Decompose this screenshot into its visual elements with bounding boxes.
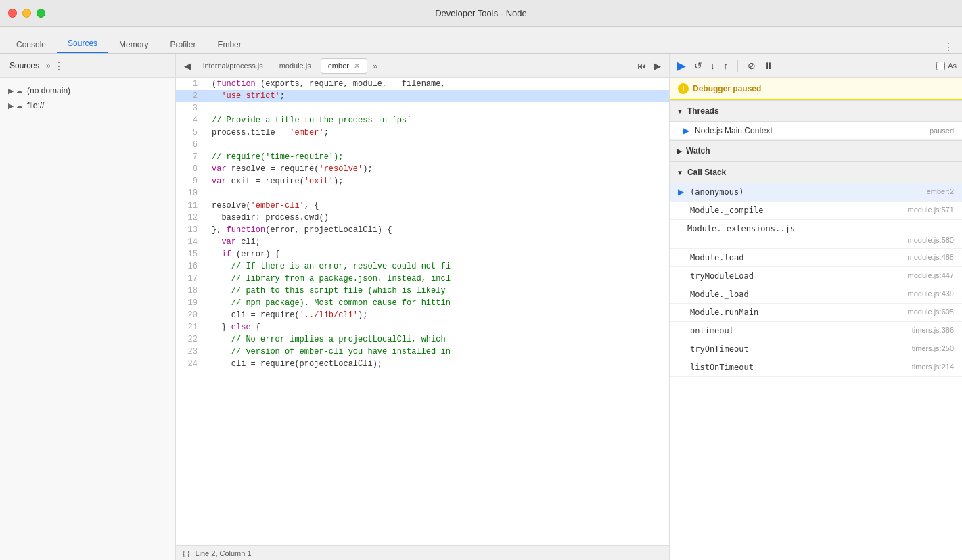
back-tab-icon[interactable]: ◀ [181, 60, 193, 72]
code-editor[interactable]: 1 (function (exports, require, module, _… [176, 78, 669, 545]
callstack-location-3: module.js:488 [908, 253, 955, 261]
tab-memory[interactable]: Memory [108, 36, 159, 53]
info-icon: i [678, 83, 689, 94]
code-line-10: 10 [176, 187, 669, 200]
step-into-button[interactable]: ↑ [722, 59, 729, 72]
callstack-item-0[interactable]: ▶ (anonymous) ember:2 [670, 183, 962, 202]
callstack-item-8[interactable]: tryOnTimeout timers.js:250 [670, 340, 962, 358]
file-tab-process[interactable]: internal/process.js [196, 59, 270, 72]
threads-section-header[interactable]: ▼ Threads [670, 100, 962, 122]
file-tab-module[interactable]: module.js [273, 59, 318, 72]
callstack-spacer-2 [678, 224, 687, 233]
callstack-label: Call Stack [687, 168, 726, 177]
top-nav-more[interactable]: ⋮ [943, 41, 962, 53]
code-line-12: 12 basedir: process.cwd() [176, 212, 669, 224]
sidebar-item-file[interactable]: ▶ ☁ file:// [0, 98, 175, 113]
callstack-item-1[interactable]: Module._compile module.js:571 [670, 202, 962, 220]
callstack-name-7: ontimeout [690, 326, 909, 335]
callstack-item-5[interactable]: Module._load module.js:439 [670, 285, 962, 304]
tab-profiler[interactable]: Profiler [159, 36, 206, 53]
sidebar-item-label: (no domain) [27, 86, 70, 95]
file-tab-ember[interactable]: ember ✕ [321, 58, 367, 74]
thread-name: Node.js Main Context [695, 126, 924, 135]
thread-status: paused [930, 126, 954, 135]
callstack-name-6: Module.runMain [690, 308, 905, 317]
code-line-11: 11 resolve('ember-cli', { [176, 200, 669, 212]
callstack-location-1: module.js:571 [908, 206, 955, 214]
sidebar-item-no-domain[interactable]: ▶ ☁ (no domain) [0, 83, 175, 98]
debugger-paused-banner: i Debugger paused [670, 78, 962, 100]
callstack-section-header[interactable]: ▼ Call Stack [670, 162, 962, 183]
callstack-item-2[interactable]: Module._extensions..js module.js:580 [670, 220, 962, 249]
cloud-icon: ▶ ☁ [8, 87, 23, 95]
pause-on-exception-button[interactable]: ↺ [693, 59, 704, 72]
callstack-name-1: Module._compile [690, 206, 905, 215]
window-controls [8, 9, 45, 18]
thread-item-main[interactable]: ▶ Node.js Main Context paused [670, 122, 962, 140]
window-title: Developer Tools - Node [435, 8, 527, 18]
code-line-16: 16 // If there is an error, resolve coul… [176, 260, 669, 273]
callstack-location-9: timers.js:214 [912, 363, 954, 371]
callstack-item-6[interactable]: Module.runMain module.js:605 [670, 304, 962, 322]
callstack-location-8: timers.js:250 [912, 344, 954, 352]
callstack-location-7: timers.js:386 [912, 326, 954, 334]
watch-label: Watch [686, 146, 710, 156]
watch-section-header[interactable]: ▶ Watch [670, 140, 962, 162]
callstack-name-2: Module._extensions..js [687, 224, 954, 233]
async-checkbox[interactable] [936, 62, 945, 70]
main-layout: Sources » ⋮ ▶ ☁ (no domain) ▶ ☁ file:// … [0, 54, 962, 560]
code-line-22: 22 // No error implies a projectLocalCli… [176, 333, 669, 346]
code-line-1: 1 (function (exports, require, module, _… [176, 78, 669, 90]
resume-button[interactable]: ▶ [675, 57, 687, 74]
code-line-7: 7 // require('time-require'); [176, 151, 669, 163]
tab-ember[interactable]: Ember [206, 36, 252, 53]
debugger-separator [737, 60, 738, 72]
next-nav-icon[interactable]: ▶ [651, 60, 664, 72]
code-line-23: 23 // version of ember-cli you have inst… [176, 346, 669, 358]
breakpoints-button[interactable]: ⊘ [746, 59, 757, 72]
sidebar-title-button[interactable]: Sources [5, 60, 43, 72]
step-over-button[interactable]: ↓ [709, 59, 716, 72]
callstack-item-4[interactable]: tryModuleLoad module.js:447 [670, 267, 962, 285]
left-sidebar: Sources » ⋮ ▶ ☁ (no domain) ▶ ☁ file:// [0, 54, 176, 560]
code-line-20: 20 cli = require('../lib/cli'); [176, 309, 669, 321]
cursor-position: Line 2, Column 1 [195, 549, 251, 557]
code-line-3: 3 [176, 102, 669, 114]
code-line-19: 19 // npm package). Most common cause fo… [176, 297, 669, 309]
code-line-17: 17 // library from a package.json. Inste… [176, 273, 669, 285]
callstack-arrow-icon: ▼ [677, 169, 683, 177]
sidebar-more-icon[interactable]: ⋮ [53, 60, 64, 72]
prev-nav-icon[interactable]: ⏮ [635, 60, 649, 72]
deactivate-button[interactable]: ⏸ [762, 59, 775, 72]
callstack-name-5: Module._load [690, 289, 905, 299]
callstack-name-8: tryOnTimeout [690, 344, 909, 354]
callstack-name-0: (anonymous) [690, 187, 924, 197]
cloud-icon-2: ▶ ☁ [8, 101, 23, 110]
tab-sources[interactable]: Sources [57, 34, 108, 53]
close-button[interactable] [8, 9, 17, 18]
file-tab-close-icon[interactable]: ✕ [354, 62, 360, 70]
callstack-item-7[interactable]: ontimeout timers.js:386 [670, 322, 962, 340]
right-panel: ▶ ↺ ↓ ↑ ⊘ ⏸ As i Debugger paused ▼ Threa… [670, 54, 962, 560]
code-line-5: 5 process.title = 'ember'; [176, 126, 669, 139]
callstack-item-3[interactable]: Module.load module.js:488 [670, 249, 962, 267]
maximize-button[interactable] [37, 9, 45, 18]
tab-overflow-icon[interactable]: » [373, 61, 377, 71]
callstack-location-4: module.js:447 [908, 271, 955, 279]
minimize-button[interactable] [22, 9, 31, 18]
debugger-paused-text: Debugger paused [693, 84, 761, 93]
watch-arrow-icon: ▶ [677, 147, 682, 155]
sidebar-chevron-icon[interactable]: » [46, 61, 51, 70]
file-tabs-bar: ◀ internal/process.js module.js ember ✕ … [176, 54, 669, 78]
async-checkbox-group: As [936, 62, 957, 70]
format-icon[interactable]: { } [183, 549, 189, 557]
callstack-name-4: tryModuleLoad [690, 271, 905, 281]
tab-console[interactable]: Console [5, 36, 57, 53]
code-line-24: 24 cli = require(projectLocalCli); [176, 358, 669, 370]
callstack-active-icon: ▶ [678, 187, 687, 197]
callstack-item-9[interactable]: listOnTimeout timers.js:214 [670, 358, 962, 377]
code-line-8: 8 var resolve = require('resolve'); [176, 163, 669, 175]
callstack-location-2: module.js:580 [678, 236, 954, 244]
code-line-4: 4 // Provide a title to the process in `… [176, 114, 669, 126]
code-line-6: 6 [176, 139, 669, 151]
